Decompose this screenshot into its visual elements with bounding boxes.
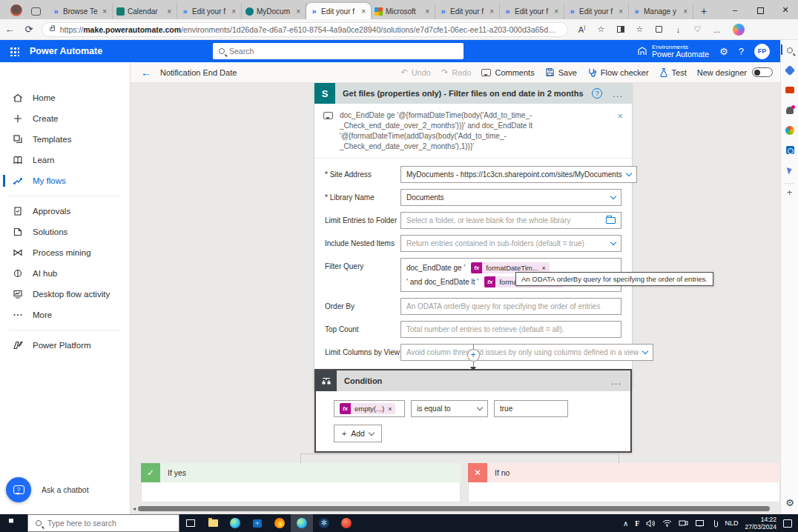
scroll-left-icon[interactable]: ◂ bbox=[131, 505, 138, 512]
help-circle-icon[interactable]: ? bbox=[592, 88, 602, 99]
tab-close-icon[interactable]: × bbox=[101, 7, 108, 16]
camera-icon[interactable] bbox=[679, 519, 688, 527]
read-aloud-icon[interactable]: A) bbox=[573, 24, 591, 34]
tab-close-icon[interactable]: × bbox=[682, 7, 689, 16]
order-by-input[interactable] bbox=[400, 298, 621, 315]
microsoft-store-icon[interactable] bbox=[246, 514, 268, 532]
browser-tab-active[interactable]: »Edit your f× bbox=[306, 3, 371, 19]
file-explorer-icon[interactable] bbox=[202, 514, 224, 532]
edge-browser-active-icon[interactable] bbox=[291, 514, 313, 532]
if-no-branch[interactable]: ✕ If no bbox=[468, 463, 780, 502]
sidebar-item-templates[interactable]: Templates bbox=[0, 129, 130, 150]
condition-operator-select[interactable]: is equal to bbox=[411, 400, 488, 417]
sidebar-add-icon[interactable]: + bbox=[781, 187, 798, 198]
sidebar-item-process-mining[interactable]: Process mining bbox=[0, 242, 130, 263]
pill-remove-icon[interactable]: × bbox=[542, 265, 550, 272]
condition-card-header[interactable]: Condition ... bbox=[316, 370, 630, 391]
library-name-select[interactable]: Documents bbox=[400, 189, 621, 206]
sidebar-shopping-icon[interactable] bbox=[781, 60, 798, 80]
horizontal-scrollbar[interactable]: ◂ bbox=[131, 505, 780, 511]
browser-profile-icon[interactable] bbox=[10, 4, 22, 16]
tab-close-icon[interactable]: × bbox=[488, 7, 495, 16]
tab-close-icon[interactable]: × bbox=[360, 7, 367, 16]
sidebar-search-icon[interactable] bbox=[781, 40, 798, 60]
sidebar-item-create[interactable]: Create bbox=[0, 108, 130, 129]
card-menu-icon[interactable]: ... bbox=[611, 376, 621, 387]
browser-tab[interactable]: »Browse Te× bbox=[48, 3, 113, 19]
toggle-switch[interactable] bbox=[752, 67, 773, 77]
back-icon[interactable]: ← bbox=[0, 24, 19, 35]
edge-browser-icon[interactable] bbox=[224, 514, 246, 532]
display-icon[interactable] bbox=[695, 519, 705, 527]
browser-tab[interactable]: »Manage y× bbox=[629, 3, 693, 19]
sidebar-item-learn[interactable]: Learn bbox=[0, 150, 130, 170]
tab-close-icon[interactable]: × bbox=[617, 7, 624, 16]
sidebar-item-more[interactable]: More bbox=[0, 305, 130, 325]
pill-remove-icon[interactable]: × bbox=[388, 405, 395, 413]
taskbar-search-input[interactable] bbox=[47, 519, 171, 528]
start-button-icon[interactable] bbox=[9, 519, 19, 528]
browser-tab[interactable]: »Edit your f× bbox=[564, 3, 629, 19]
new-designer-toggle[interactable]: New designer bbox=[697, 67, 773, 77]
sidebar-games-icon[interactable] bbox=[781, 100, 798, 120]
chatbot-button[interactable]: ? bbox=[6, 477, 31, 502]
browser-tab[interactable]: Calendar× bbox=[113, 3, 177, 19]
sidebar-drop-icon[interactable] bbox=[781, 160, 798, 180]
refresh-icon[interactable]: ⟳ bbox=[19, 24, 39, 35]
sidebar-item-my-flows[interactable]: My flows bbox=[0, 170, 130, 191]
clock[interactable]: 14:2227/03/2024 bbox=[745, 516, 776, 531]
browser-tab[interactable]: Microsoft× bbox=[371, 3, 435, 19]
action-center-icon[interactable] bbox=[783, 519, 792, 528]
site-address-select[interactable]: MyDocuments - https://1c3cn.sharepoint.c… bbox=[400, 166, 637, 183]
volume-icon[interactable] bbox=[646, 519, 656, 528]
save-button[interactable]: Save bbox=[545, 67, 577, 77]
limit-columns-select[interactable]: Avoid column threshold issues by only us… bbox=[400, 344, 653, 361]
new-tab-button[interactable]: + bbox=[693, 5, 714, 19]
top-count-input[interactable] bbox=[400, 321, 621, 338]
redo-button[interactable]: ↷Redo bbox=[441, 67, 472, 77]
search-input[interactable] bbox=[229, 47, 458, 56]
sidebar-item-approvals[interactable]: Approvals bbox=[0, 201, 130, 222]
close-window-button[interactable]: ✕ bbox=[773, 0, 798, 19]
limit-entries-input[interactable] bbox=[400, 212, 621, 229]
favorites-bar-icon[interactable]: ☆ bbox=[630, 24, 649, 34]
global-search[interactable] bbox=[213, 43, 464, 59]
help-icon[interactable]: ? bbox=[739, 46, 744, 57]
app-launcher-icon[interactable] bbox=[10, 47, 19, 56]
add-condition-button[interactable]: +Add bbox=[334, 425, 382, 442]
insert-step-button[interactable]: + bbox=[467, 349, 480, 362]
include-nested-select[interactable]: Return entries contained in sub-folders … bbox=[400, 235, 621, 252]
tray-show-hidden-icon[interactable]: ∧ bbox=[623, 519, 628, 528]
condition-expression-box[interactable]: fxempty(...)× bbox=[334, 400, 405, 417]
wifi-icon[interactable] bbox=[662, 519, 672, 527]
test-button[interactable]: Test bbox=[659, 67, 687, 77]
undo-button[interactable]: ↶Undo bbox=[400, 67, 431, 77]
sidebar-item-home[interactable]: Home bbox=[0, 87, 130, 108]
settings-more-icon[interactable]: ... bbox=[708, 25, 726, 34]
url-field[interactable]: https://make.powerautomate.com/environme… bbox=[42, 22, 568, 37]
if-no-header[interactable]: ✕ If no bbox=[468, 463, 780, 482]
comment-close-icon[interactable]: × bbox=[617, 110, 623, 152]
condition-card[interactable]: Condition ... fxempty(...)× is equal to … bbox=[314, 369, 632, 453]
flow-checker-button[interactable]: Flow checker bbox=[587, 67, 649, 77]
favorite-star-icon[interactable]: ☆ bbox=[592, 24, 610, 34]
copilot-icon[interactable] bbox=[733, 24, 745, 36]
browser-tab[interactable]: »Edit your f× bbox=[500, 3, 564, 19]
collections-icon[interactable] bbox=[650, 25, 668, 34]
pen-clip-icon[interactable] bbox=[711, 519, 718, 528]
expression-pill[interactable]: fxempty(...)× bbox=[340, 403, 395, 414]
tab-close-icon[interactable]: × bbox=[165, 7, 173, 16]
firefox-icon[interactable] bbox=[268, 514, 291, 532]
condition-value-input[interactable]: true bbox=[494, 400, 568, 417]
browser-tab[interactable]: »Edit your f× bbox=[435, 3, 500, 19]
environment-picker[interactable]: EnvironmentsPower Automate bbox=[637, 44, 709, 59]
app-snowflake-icon[interactable]: ✻ bbox=[313, 514, 335, 532]
sidebar-outlook-icon[interactable] bbox=[781, 140, 798, 160]
back-to-flow-icon[interactable]: ← bbox=[141, 67, 151, 79]
browser-tab[interactable]: MyDocum× bbox=[242, 3, 306, 19]
tab-actions-icon[interactable] bbox=[31, 7, 41, 16]
comments-button[interactable]: Comments bbox=[481, 68, 534, 77]
sidebar-tools-icon[interactable] bbox=[781, 80, 798, 100]
tab-close-icon[interactable]: × bbox=[230, 7, 237, 16]
action-card-header[interactable]: S Get files (properties only) - Filter f… bbox=[314, 83, 632, 104]
